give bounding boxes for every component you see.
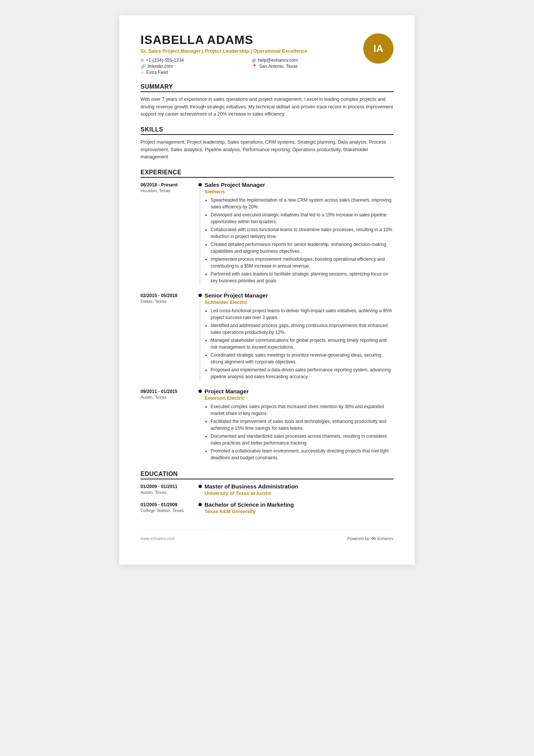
experience-section: EXPERIENCE 06/2018 - Present Houston, Te… xyxy=(141,169,393,462)
phone-value: +1-(234)-555-1234 xyxy=(146,58,184,63)
brand-name: Enhancv xyxy=(377,536,393,541)
edu-divider xyxy=(195,501,205,514)
contact-extra: ☆ Extra Field xyxy=(141,70,244,75)
experience-item: 06/2018 - Present Houston, Texas Sales P… xyxy=(141,182,393,285)
exp-dot xyxy=(198,294,202,297)
list-item: Collaborated with cross-functional teams… xyxy=(211,226,393,240)
phone-icon: ✆ xyxy=(141,58,144,63)
edu-date: 01/2009 - 01/2011 xyxy=(141,484,195,489)
exp-company: Schneider Electric xyxy=(205,299,393,305)
experience-title: EXPERIENCE xyxy=(141,169,393,178)
exp-divider xyxy=(195,292,205,381)
exp-left: 06/2018 - Present Houston, Texas xyxy=(141,182,195,285)
edu-right: Bachelor of Science in Marketing Texas A… xyxy=(205,501,393,514)
exp-date: 06/2018 - Present xyxy=(141,182,195,188)
exp-dot xyxy=(198,183,202,186)
exp-right: Sales Project Manager Siemens Spearheade… xyxy=(205,182,393,285)
header: ISABELLA ADAMS Sr. Sales Project Manager… xyxy=(141,33,393,75)
contact-location: 📍 San Antonio, Texas xyxy=(252,64,356,69)
exp-date: 09/2011 - 01/2015 xyxy=(141,389,195,394)
footer-brand: Powered by ∞ Enhancv xyxy=(347,535,393,542)
candidate-title: Sr. Sales Project Manager | Project Lead… xyxy=(141,48,356,54)
exp-company: Emerson Electric xyxy=(205,395,393,401)
edu-divider xyxy=(195,483,205,496)
education-list: 01/2009 - 01/2011 Austin, Texas Master o… xyxy=(141,483,393,514)
exp-line xyxy=(200,298,200,381)
enhancv-logo: ∞ Enhancv xyxy=(372,535,393,542)
header-left: ISABELLA ADAMS Sr. Sales Project Manager… xyxy=(141,33,356,75)
list-item: Executed complex sales projects that inc… xyxy=(211,403,393,417)
list-item: Implemented process improvement methodol… xyxy=(211,256,393,269)
list-item: Proposed and implemented a data-driven s… xyxy=(211,366,393,380)
edu-degree: Bachelor of Science in Marketing xyxy=(205,501,393,508)
exp-left: 09/2011 - 01/2015 Austin, Texas xyxy=(141,388,195,462)
location-value: San Antonio, Texas xyxy=(259,64,298,69)
list-item: Developed and executed strategic initiat… xyxy=(211,211,393,225)
powered-by-label: Powered by xyxy=(347,536,369,541)
exp-divider xyxy=(195,388,205,462)
skills-title: SKILLS xyxy=(141,126,393,135)
avatar: IA xyxy=(363,33,393,64)
location-icon: 📍 xyxy=(252,64,257,69)
list-item: Managed stakeholder communications for g… xyxy=(211,337,393,351)
exp-right: Project Manager Emerson Electric Execute… xyxy=(205,388,393,462)
logo-icon: ∞ xyxy=(372,535,376,542)
summary-title: SUMMARY xyxy=(141,83,393,92)
edu-school: University of Texas at Austin xyxy=(205,490,393,496)
exp-bullets: Executed complex sales projects that inc… xyxy=(205,403,393,461)
education-title: EDUCATION xyxy=(141,471,393,479)
exp-location: Dallas, Texas xyxy=(141,299,195,304)
education-item: 01/2005 - 01/2009 College Station, Texas… xyxy=(141,501,393,514)
experience-item: 02/2015 - 05/2018 Dallas, Texas Senior P… xyxy=(141,292,393,381)
exp-dot xyxy=(198,390,202,393)
contact-linkedin: 🔗 linkedin.com xyxy=(141,64,244,69)
email-value: help@enhancv.com xyxy=(258,58,298,63)
exp-divider xyxy=(195,182,205,285)
candidate-name: ISABELLA ADAMS xyxy=(141,33,356,47)
skills-section: SKILLS Project management, Project leade… xyxy=(141,126,393,161)
edu-dot xyxy=(198,503,202,506)
list-item: Coordinated strategic sales meetings to … xyxy=(211,352,393,365)
resume-page: ISABELLA ADAMS Sr. Sales Project Manager… xyxy=(119,15,415,565)
exp-role: Sales Project Manager xyxy=(205,182,393,188)
list-item: Led cross-functional project teams to de… xyxy=(211,307,393,321)
exp-bullets: Led cross-functional project teams to de… xyxy=(205,307,393,380)
education-section: EDUCATION 01/2009 - 01/2011 Austin, Texa… xyxy=(141,471,393,514)
summary-text: With over 7 years of experience in sales… xyxy=(141,96,393,118)
contact-grid: ✆ +1-(234)-555-1234 @ help@enhancv.com 🔗… xyxy=(141,58,356,75)
exp-line xyxy=(200,188,200,285)
list-item: Promoted a collaborative team environmen… xyxy=(211,448,393,461)
star-icon: ☆ xyxy=(141,70,144,75)
email-icon: @ xyxy=(252,58,256,63)
exp-location: Austin, Texas xyxy=(141,395,195,399)
edu-date: 01/2005 - 01/2009 xyxy=(141,502,195,507)
list-item: Identified and addressed process gaps, d… xyxy=(211,322,393,336)
edu-degree: Master of Business Administration xyxy=(205,483,393,490)
list-item: Facilitated the improvement of sales too… xyxy=(211,418,393,432)
edu-left: 01/2005 - 01/2009 College Station, Texas xyxy=(141,501,195,514)
skills-text: Project management, Project leadership, … xyxy=(141,139,393,161)
edu-left: 01/2009 - 01/2011 Austin, Texas xyxy=(141,483,195,496)
summary-section: SUMMARY With over 7 years of experience … xyxy=(141,83,393,118)
footer: www.enhancv.com Powered by ∞ Enhancv xyxy=(141,529,393,542)
exp-right: Senior Project Manager Schneider Electri… xyxy=(205,292,393,381)
edu-right: Master of Business Administration Univer… xyxy=(205,483,393,496)
contact-phone: ✆ +1-(234)-555-1234 xyxy=(141,58,244,63)
list-item: Created detailed performance reports for… xyxy=(211,241,393,255)
exp-role: Project Manager xyxy=(205,388,393,394)
exp-role: Senior Project Manager xyxy=(205,292,393,299)
contact-email: @ help@enhancv.com xyxy=(252,58,356,63)
edu-location: Austin, Texas xyxy=(141,490,195,495)
list-item: Documented and standardized sales proces… xyxy=(211,433,393,446)
list-item: Spearheaded the implementation of a new … xyxy=(211,197,393,210)
exp-left: 02/2015 - 05/2018 Dallas, Texas xyxy=(141,292,195,381)
exp-company: Siemens xyxy=(205,189,393,194)
list-item: Partnered with sales leaders to facilita… xyxy=(211,271,393,284)
exp-date: 02/2015 - 05/2018 xyxy=(141,293,195,298)
experience-list: 06/2018 - Present Houston, Texas Sales P… xyxy=(141,182,393,462)
linkedin-value: linkedin.com xyxy=(148,64,173,69)
exp-location: Houston, Texas xyxy=(141,188,195,193)
education-item: 01/2009 - 01/2011 Austin, Texas Master o… xyxy=(141,483,393,496)
footer-website: www.enhancv.com xyxy=(141,536,175,541)
experience-item: 09/2011 - 01/2015 Austin, Texas Project … xyxy=(141,388,393,462)
